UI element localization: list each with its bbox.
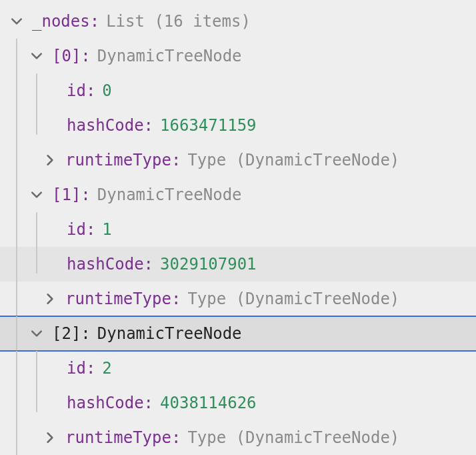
- chevron-down-icon[interactable]: [27, 177, 47, 212]
- chevron-down-icon[interactable]: [7, 4, 27, 39]
- field-value: 1663471159: [160, 116, 257, 135]
- index-type: DynamicTreeNode: [97, 324, 242, 343]
- tree-row-field[interactable]: id: 2: [0, 351, 476, 386]
- tree-row-field[interactable]: id: 0: [0, 73, 476, 108]
- tree-row-runtime-type[interactable]: runtimeType: Type (DynamicTreeNode): [0, 282, 476, 316]
- index-key: [1]: [52, 185, 81, 204]
- index-key: [0]: [52, 47, 81, 65]
- index-key: [2]: [52, 324, 81, 343]
- debug-tree: _nodes: List (16 items) [0]: DynamicTree…: [0, 0, 476, 455]
- field-value: Type (DynamicTreeNode): [187, 428, 399, 447]
- tree-row-root[interactable]: _nodes: List (16 items): [0, 4, 476, 39]
- tree-row-runtime-type[interactable]: runtimeType: Type (DynamicTreeNode): [0, 420, 476, 455]
- root-type: List (16 items): [106, 12, 251, 31]
- field-key: runtimeType: [65, 290, 171, 308]
- tree-row-index[interactable]: [0]: DynamicTreeNode: [0, 39, 476, 73]
- field-key: runtimeType: [65, 428, 171, 447]
- field-key: id: [67, 220, 86, 239]
- root-key: _nodes: [32, 12, 90, 31]
- tree-row-index[interactable]: [1]: DynamicTreeNode: [0, 177, 476, 212]
- index-type: DynamicTreeNode: [97, 185, 242, 204]
- field-value: Type (DynamicTreeNode): [187, 290, 399, 308]
- index-type: DynamicTreeNode: [97, 47, 242, 65]
- field-value: 1: [102, 220, 111, 239]
- tree-row-field[interactable]: hashCode: 3029107901: [0, 247, 476, 282]
- field-value: Type (DynamicTreeNode): [187, 151, 399, 169]
- field-key: id: [67, 81, 86, 100]
- field-value: 0: [102, 81, 111, 100]
- tree-row-index[interactable]: [2]: DynamicTreeNode: [0, 316, 476, 351]
- tree-row-runtime-type[interactable]: runtimeType: Type (DynamicTreeNode): [0, 143, 476, 177]
- field-key: runtimeType: [65, 151, 171, 169]
- chevron-down-icon[interactable]: [27, 39, 47, 73]
- field-key: hashCode: [67, 255, 144, 274]
- tree-row-field[interactable]: hashCode: 1663471159: [0, 108, 476, 143]
- chevron-right-icon[interactable]: [40, 143, 60, 177]
- field-key: hashCode: [67, 116, 144, 135]
- field-key: hashCode: [67, 394, 144, 412]
- field-value: 2: [102, 359, 111, 378]
- chevron-down-icon[interactable]: [27, 316, 47, 351]
- chevron-right-icon[interactable]: [40, 420, 60, 455]
- tree-row-field[interactable]: hashCode: 4038114626: [0, 386, 476, 420]
- field-value: 3029107901: [160, 255, 257, 274]
- tree-row-field[interactable]: id: 1: [0, 212, 476, 247]
- field-value: 4038114626: [160, 394, 257, 412]
- chevron-right-icon[interactable]: [40, 282, 60, 316]
- field-key: id: [67, 359, 86, 378]
